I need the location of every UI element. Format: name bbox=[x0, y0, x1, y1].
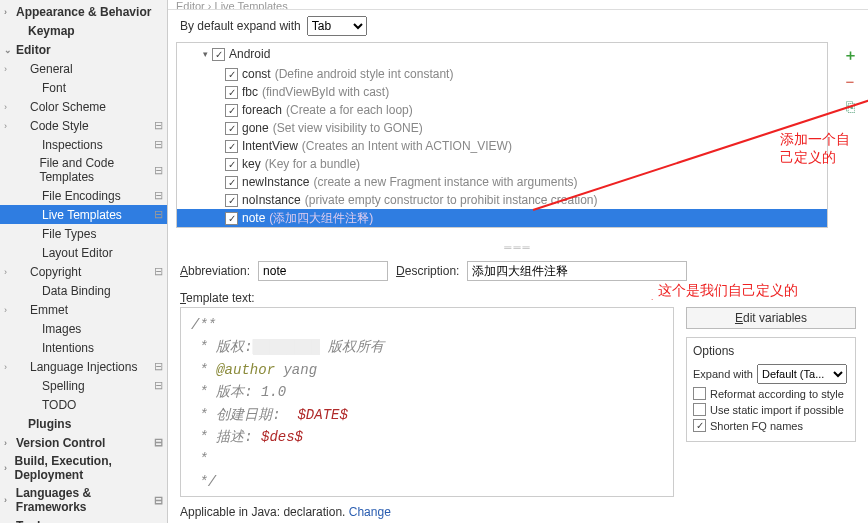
template-checkbox[interactable]: ✓ bbox=[225, 68, 238, 81]
template-rgS[interactable]: ✓ rgS (get a String from resources) bbox=[177, 227, 827, 228]
expand-with-select[interactable]: Default (Ta... bbox=[757, 364, 847, 384]
template-note[interactable]: ✓ note (添加四大组件注释) bbox=[177, 209, 827, 227]
sidebar-item-version-control[interactable]: ›Version Control⊟ bbox=[0, 433, 167, 452]
expand-with-label: Expand with bbox=[693, 368, 753, 380]
add-button[interactable]: ＋ bbox=[843, 46, 858, 65]
template-key[interactable]: ✓ key (Key for a bundle) bbox=[177, 155, 827, 173]
template-checkbox[interactable]: ✓ bbox=[225, 140, 238, 153]
shorten-fq-checkbox[interactable]: ✓ bbox=[693, 419, 706, 432]
sidebar-item-file-types[interactable]: File Types bbox=[0, 224, 167, 243]
shorten-fq-label: Shorten FQ names bbox=[710, 420, 803, 432]
sidebar-item-code-style[interactable]: ›Code Style⊟ bbox=[0, 116, 167, 135]
template-checkbox[interactable]: ✓ bbox=[225, 104, 238, 117]
collapse-icon[interactable]: ▾ bbox=[203, 49, 208, 59]
template-IntentView[interactable]: ✓ IntentView (Creates an Intent with ACT… bbox=[177, 137, 827, 155]
copy-button[interactable]: ⎘ bbox=[846, 98, 855, 115]
template-text-label2: emplate text: bbox=[186, 291, 255, 305]
sidebar-item-color-scheme[interactable]: ›Color Scheme bbox=[0, 97, 167, 116]
sidebar-item-appearance-behavior[interactable]: ›Appearance & Behavior bbox=[0, 2, 167, 21]
template-checkbox[interactable]: ✓ bbox=[225, 194, 238, 207]
sidebar-item-language-injections[interactable]: ›Language Injections⊟ bbox=[0, 357, 167, 376]
remove-button[interactable]: − bbox=[846, 73, 855, 90]
static-import-checkbox[interactable] bbox=[693, 403, 706, 416]
template-checkbox[interactable]: ✓ bbox=[225, 158, 238, 171]
template-checkbox[interactable]: ✓ bbox=[225, 176, 238, 189]
template-const[interactable]: ✓ const (Define android style int consta… bbox=[177, 65, 827, 83]
sidebar-item-todo[interactable]: TODO bbox=[0, 395, 167, 414]
desc-label: Description: bbox=[396, 264, 459, 278]
sidebar-item-editor[interactable]: ⌄Editor bbox=[0, 40, 167, 59]
sidebar-item-keymap[interactable]: Keymap bbox=[0, 21, 167, 40]
sidebar-item-layout-editor[interactable]: Layout Editor bbox=[0, 243, 167, 262]
sidebar-item-tools[interactable]: ›Tools bbox=[0, 516, 167, 523]
options-title: Options bbox=[693, 344, 849, 358]
templates-tree[interactable]: ▾ ✓ Android ✓ const (Define android styl… bbox=[176, 42, 828, 228]
reformat-label: Reformat according to style bbox=[710, 388, 844, 400]
sidebar-item-spelling[interactable]: Spelling⊟ bbox=[0, 376, 167, 395]
template-noInstance[interactable]: ✓ noInstance (private empty constructor … bbox=[177, 191, 827, 209]
change-context-link[interactable]: Change bbox=[349, 505, 391, 519]
options-panel: Options Expand with Default (Ta... Refor… bbox=[686, 337, 856, 442]
sidebar-item-general[interactable]: ›General bbox=[0, 59, 167, 78]
static-import-label: Use static import if possible bbox=[710, 404, 844, 416]
group-checkbox[interactable]: ✓ bbox=[212, 48, 225, 61]
template-newInstance[interactable]: ✓ newInstance (create a new Fragment ins… bbox=[177, 173, 827, 191]
template-text-area[interactable]: /** * 版权:████████ 版权所有 * @author yang * … bbox=[180, 307, 674, 497]
template-checkbox[interactable]: ✓ bbox=[225, 122, 238, 135]
sidebar-item-data-binding[interactable]: Data Binding bbox=[0, 281, 167, 300]
sidebar-item-copyright[interactable]: ›Copyright⊟ bbox=[0, 262, 167, 281]
expand-select[interactable]: Tab bbox=[307, 16, 367, 36]
sidebar-item-intentions[interactable]: Intentions bbox=[0, 338, 167, 357]
sidebar-item-images[interactable]: Images bbox=[0, 319, 167, 338]
reformat-checkbox[interactable] bbox=[693, 387, 706, 400]
desc-input[interactable] bbox=[467, 261, 687, 281]
abbr-input[interactable] bbox=[258, 261, 388, 281]
tree-toolbar: ＋ − ⎘ bbox=[836, 42, 864, 240]
template-foreach[interactable]: ✓ foreach (Create a for each loop) bbox=[177, 101, 827, 119]
sidebar-item-emmet[interactable]: ›Emmet bbox=[0, 300, 167, 319]
breadcrumb: Editor › Live Templates bbox=[168, 0, 868, 10]
tree-group-android[interactable]: ▾ ✓ Android bbox=[177, 43, 827, 65]
sidebar-item-build-execution-deployment[interactable]: ›Build, Execution, Deployment bbox=[0, 452, 167, 484]
settings-sidebar: ›Appearance & BehaviorKeymap⌄Editor›Gene… bbox=[0, 0, 168, 523]
group-label: Android bbox=[229, 47, 270, 61]
sidebar-item-languages-frameworks[interactable]: ›Languages & Frameworks⊟ bbox=[0, 484, 167, 516]
sidebar-item-file-encodings[interactable]: File Encodings⊟ bbox=[0, 186, 167, 205]
sidebar-item-plugins[interactable]: Plugins bbox=[0, 414, 167, 433]
template-gone[interactable]: ✓ gone (Set view visibility to GONE) bbox=[177, 119, 827, 137]
abbr-label: Abbreviation: bbox=[180, 264, 250, 278]
edit-variables-button[interactable]: Edit variables bbox=[686, 307, 856, 329]
sidebar-item-file-and-code-templates[interactable]: File and Code Templates⊟ bbox=[0, 154, 167, 186]
template-fbc[interactable]: ✓ fbc (findViewById with cast) bbox=[177, 83, 827, 101]
drag-handle[interactable]: ═══ bbox=[168, 242, 868, 253]
sidebar-item-live-templates[interactable]: Live Templates⊟ bbox=[0, 205, 167, 224]
applicable-text: Applicable in Java: declaration. bbox=[180, 505, 345, 519]
sidebar-item-inspections[interactable]: Inspections⊟ bbox=[0, 135, 167, 154]
sidebar-item-font[interactable]: Font bbox=[0, 78, 167, 97]
main-panel: Editor › Live Templates By default expan… bbox=[168, 0, 868, 523]
template-checkbox[interactable]: ✓ bbox=[225, 212, 238, 225]
expand-label: By default expand with bbox=[180, 19, 301, 33]
template-checkbox[interactable]: ✓ bbox=[225, 86, 238, 99]
